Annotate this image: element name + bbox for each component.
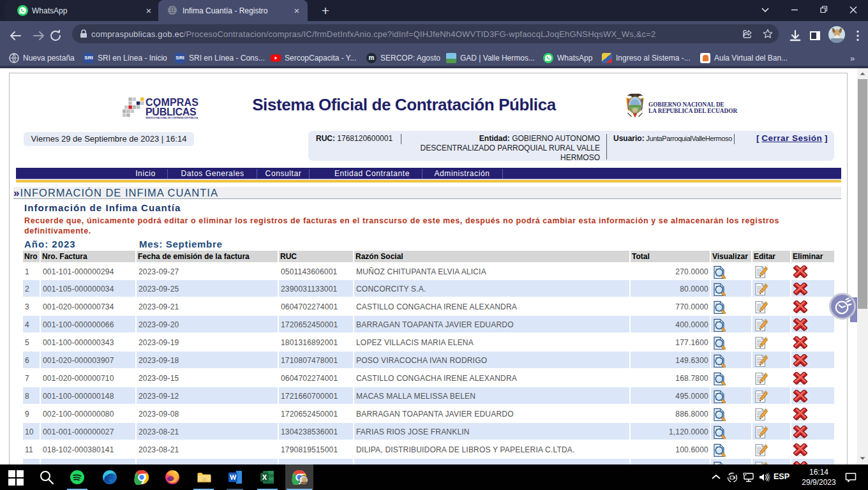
svg-text:SERVICIO NACIONAL DE CONTRATAC: SERVICIO NACIONAL DE CONTRATACIÓN PÚBLIC… [146, 116, 198, 119]
svg-text:PÚBLICAS: PÚBLICAS [146, 106, 197, 117]
